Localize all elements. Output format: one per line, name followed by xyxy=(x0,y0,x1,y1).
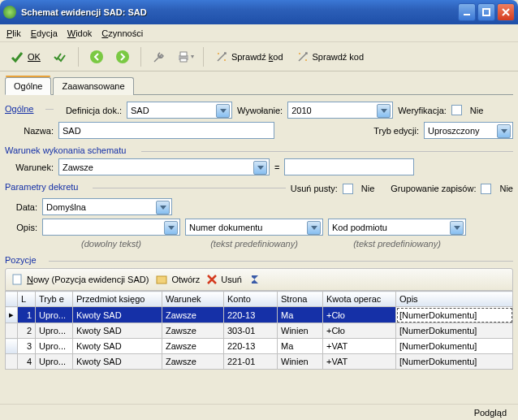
statusbar: Podgląd xyxy=(0,404,518,420)
warunek-value-input[interactable] xyxy=(284,158,414,175)
group-ogolne-title: Ogólne xyxy=(5,104,33,114)
tryb-select[interactable]: Uproszczony xyxy=(424,122,513,139)
group-pozycje-title: Pozycje xyxy=(5,255,513,265)
wywolanie-select[interactable]: 2010 xyxy=(287,102,393,119)
nazwa-label: Nazwa: xyxy=(5,126,54,136)
svg-point-10 xyxy=(305,59,307,61)
tools-icon xyxy=(152,50,166,64)
tab-bar: Ogólne Zaawansowane xyxy=(5,76,513,95)
tools-button[interactable] xyxy=(148,45,171,68)
wand-icon xyxy=(296,50,309,63)
nazwa-input[interactable] xyxy=(58,122,274,139)
col-kwota[interactable]: Kwota operac xyxy=(323,292,396,307)
new-icon xyxy=(11,273,24,286)
forward-button[interactable] xyxy=(111,45,134,68)
menu-widok[interactable]: Widok xyxy=(67,28,93,38)
svg-rect-6 xyxy=(180,58,187,62)
svg-point-8 xyxy=(224,59,226,61)
col-konto[interactable]: Konto xyxy=(224,292,278,307)
ok-label: OK xyxy=(28,52,41,62)
pozycje-grid[interactable]: L Tryb e Przedmiot księgo Warunek Konto … xyxy=(5,291,513,370)
svg-rect-5 xyxy=(180,52,187,56)
print-button[interactable]: ▾ xyxy=(174,45,196,68)
group-param-title: Parametry dekretu xyxy=(5,182,286,192)
tab-zaawansowane[interactable]: Zaawansowane xyxy=(53,77,133,95)
menu-edycja[interactable]: Edycja xyxy=(31,28,58,38)
col-tryb[interactable]: Tryb e xyxy=(36,292,73,307)
table-row[interactable]: 2Upro...Kwoty SAD Zawsze303-01Winien +Cł… xyxy=(6,323,513,339)
svg-point-7 xyxy=(218,53,219,54)
back-button[interactable] xyxy=(85,45,108,68)
double-check-icon xyxy=(53,50,67,64)
weryfikacja-label: Weryfikacja: xyxy=(398,106,447,115)
sum-button[interactable] xyxy=(248,273,261,286)
opis-pred2-select[interactable]: Kod podmiotu xyxy=(328,219,466,236)
status-podglad: Podgląd xyxy=(474,408,507,418)
opis-label: Opis: xyxy=(5,223,37,232)
check-code-label-1: Sprawdź kod xyxy=(231,52,283,62)
nowy-button[interactable]: Nowy (Pozycja ewidencji SAD) xyxy=(11,273,149,286)
svg-point-2 xyxy=(90,50,103,63)
svg-point-3 xyxy=(116,50,129,63)
print-icon xyxy=(176,50,191,64)
weryfikacja-value: Nie xyxy=(470,106,484,115)
svg-rect-1 xyxy=(483,9,490,15)
check-icon xyxy=(10,50,24,64)
col-strona[interactable]: Strona xyxy=(278,292,323,307)
hint-pred2: (tekst predefiniowany) xyxy=(328,239,466,249)
list-toolbar: Nowy (Pozycja ewidencji SAD) Otwórz Usuń xyxy=(5,268,513,291)
arrow-right-icon xyxy=(115,50,130,64)
opis-text-select[interactable] xyxy=(42,219,180,236)
usun-pusty-value: Nie xyxy=(361,184,375,193)
minimize-button[interactable] xyxy=(458,3,476,21)
open-icon xyxy=(155,273,168,286)
opis-pred1-select[interactable]: Numer dokumentu xyxy=(185,219,323,236)
svg-rect-11 xyxy=(13,275,21,284)
table-row[interactable]: ▸ 1Upro...Kwoty SAD Zawsze220-13Ma +Cło[… xyxy=(6,307,513,323)
grupowanie-checkbox[interactable] xyxy=(481,184,491,194)
otworz-button[interactable]: Otwórz xyxy=(155,273,200,286)
arrow-left-icon xyxy=(89,50,104,64)
col-warunek[interactable]: Warunek xyxy=(162,292,224,307)
svg-rect-12 xyxy=(157,276,166,284)
ok-button[interactable]: OK xyxy=(5,45,45,68)
apply-button[interactable] xyxy=(49,45,71,68)
usun-button[interactable]: Usuń xyxy=(206,274,242,285)
wywolanie-label: Wywołanie: xyxy=(237,106,283,115)
close-button[interactable] xyxy=(497,3,515,21)
definicja-label: Definicja dok.: xyxy=(58,106,122,115)
titlebar: Schemat ewidencji SAD: SAD xyxy=(0,0,518,24)
warunek-select[interactable]: Zawsze xyxy=(58,158,270,175)
check-code-button-2[interactable]: Sprawdź kod xyxy=(291,45,369,68)
wand-icon xyxy=(215,50,228,63)
app-icon xyxy=(3,6,16,19)
definicja-select[interactable]: SAD xyxy=(127,102,232,119)
usun-pusty-checkbox[interactable] xyxy=(343,184,353,194)
table-row[interactable]: 3Upro...Kwoty SAD Zawsze220-13Ma +VAT[Nu… xyxy=(6,339,513,354)
check-code-label-2: Sprawdź kod xyxy=(313,52,365,62)
data-select[interactable]: Domyślna xyxy=(42,198,172,215)
tab-ogolne[interactable]: Ogólne xyxy=(5,77,51,95)
warunek-label: Warunek: xyxy=(5,162,54,172)
grupowanie-value: Nie xyxy=(499,184,513,193)
check-code-button-1[interactable]: Sprawdź kod xyxy=(210,45,288,68)
svg-point-9 xyxy=(299,53,300,54)
maximize-button[interactable] xyxy=(477,3,495,21)
group-warunek-title: Warunek wykonania schematu xyxy=(5,145,513,155)
col-przedmiot[interactable]: Przedmiot księgo xyxy=(73,292,162,307)
tryb-label: Tryb edycji: xyxy=(373,126,419,136)
delete-icon xyxy=(206,274,218,285)
menu-czynnosci[interactable]: Czynności xyxy=(101,28,143,38)
equals-label: = xyxy=(274,162,279,172)
sigma-icon xyxy=(248,273,261,286)
table-row[interactable]: 4Upro...Kwoty SAD Zawsze221-01Winien +VA… xyxy=(6,354,513,370)
usun-pusty-label: Usuń pusty: xyxy=(291,184,338,193)
svg-rect-0 xyxy=(464,14,470,15)
window-title: Schemat ewidencji SAD: SAD xyxy=(21,7,456,17)
data-label: Data: xyxy=(5,202,37,212)
weryfikacja-checkbox[interactable] xyxy=(451,105,462,115)
menu-plik[interactable]: Plik xyxy=(6,28,21,38)
grupowanie-label: Grupowanie zapisów: xyxy=(391,184,476,193)
col-l[interactable]: L xyxy=(18,292,36,307)
col-opis[interactable]: Opis xyxy=(396,292,513,307)
